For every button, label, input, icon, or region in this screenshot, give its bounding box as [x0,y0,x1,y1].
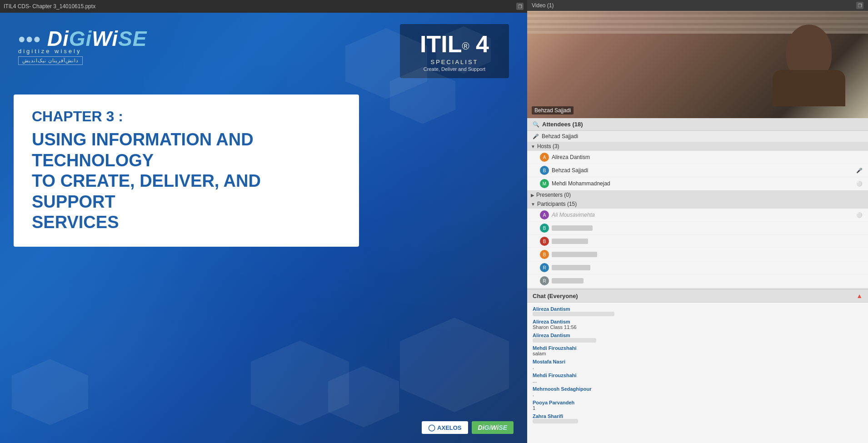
chat-sender-7: Mehrnoosh Sedaghipour [533,386,863,392]
attendees-header: 🔍 Attendees (18) [527,118,868,131]
video-feed: Behzad Sajjadi [527,11,868,118]
chat-text-2: Sharon Class 11:56 [533,324,863,330]
participants-chevron-icon: ▼ [531,202,535,207]
host-avatar-3: M [540,179,549,188]
itil-sub: Create, Deliver and Support [409,66,500,72]
attendees-panel: 🔍 Attendees (18) 🎤 Behzad Sajjadi ▼ Host… [527,118,868,289]
chat-messages: Alireza Dantism Alireza Dantism Sharon C… [527,303,868,443]
participant-item-5: R [527,261,868,274]
titlebar-controls[interactable]: ❐ [516,3,524,10]
participant-item-6: R [527,274,868,288]
chat-sender-9: Zahra Sharifi [533,413,863,419]
host-item-2: B Behzad Sajjadi 🎤 [527,164,868,177]
host-item-3: M Mehdi Mohammadnejad ⚪ [527,177,868,190]
video-placeholder: Behzad Sajjadi [527,11,868,118]
presentation-filename: ITIL4 CDS- Chapter 3_14010615.pptx [4,3,95,10]
chat-msg-9: Zahra Sharifi [533,413,863,423]
hosts-chevron-icon: ▼ [531,144,535,149]
participant-item-2: B [527,222,868,235]
video-title: Video (1) [532,2,554,9]
hosts-section-header[interactable]: ▼ Hosts (3) [527,142,868,151]
presentation-slide: ••• DiGiWiSE digitize wisely دانش‌آفرینا… [0,13,527,443]
chat-sender-3: Alireza Dantism [533,333,863,338]
participants-section-label: Participants (15) [537,201,577,207]
digiwise-tagline: digitize wisely [18,47,400,55]
participant-name-1: Ali Mousavimehta [552,212,595,218]
participant-name-4 [552,252,597,257]
chapter-content-box: CHAPTER 3 : USING INFORMATION AND TECHNO… [14,95,359,247]
chat-alert-icon: ▲ [856,292,863,299]
chat-msg-8: Pooya Parvandeh 1 [533,400,863,411]
attendees-count-label: Attendees (18) [542,121,583,128]
chat-text-3 [533,338,596,343]
participant-avatar-5: R [540,263,549,272]
video-titlebar: Video (1) ❐ [527,0,868,11]
main-attendee-name: Behzad Sajjadi [542,133,578,139]
participant-item-1: A Ali Mousavimehta ⚪ [527,209,868,222]
host-2-action-icon: 🎤 [856,168,863,174]
presenters-section-label: Presenters (0) [536,192,571,198]
participant-name-3 [552,239,588,244]
chat-text-7: . [533,392,863,397]
video-name-label: Behzad Sajjadi [532,106,574,114]
host-item-1: A Alireza Dantism [527,151,868,164]
chat-text-9 [533,419,578,423]
hosts-section-label: Hosts (3) [537,143,559,149]
slide-bottom-logos: ◯ AXELOS DiGiWiSE [422,421,514,434]
chat-sender-2: Alireza Dantism [533,319,863,324]
presentation-titlebar: ITIL4 CDS- Chapter 3_14010615.pptx ❐ [0,0,527,13]
digiwise-bottom-logo: DiGiWiSE [472,421,514,434]
chat-msg-7: Mehrnoosh Sedaghipour . [533,386,863,397]
chat-text-6: ... [533,378,863,383]
chat-msg-1: Alireza Dantism [533,306,863,316]
host-3-muted-icon: ⚪ [856,181,863,187]
participant-name-5 [552,265,590,270]
chat-msg-5: Mostafa Nasri . [533,359,863,370]
chat-text-4: salam [533,351,863,356]
chapter-title: CHAPTER 3 : [32,108,341,125]
host-name-3: Mehdi Mohammadnejad [552,180,610,187]
participant-avatar-2: B [540,224,549,233]
itil-specialist: SPECIALIST [409,59,500,65]
participant-name-2 [552,225,593,231]
chat-sender-1: Alireza Dantism [533,306,863,312]
chat-section: Chat (Everyone) ▲ Alireza Dantism Alirez… [527,289,868,443]
chat-msg-3: Alireza Dantism [533,333,863,343]
participant-name-6 [552,278,584,284]
chat-text-1 [533,312,614,316]
chat-sender-6: Mehdi Firouzshahi [533,373,863,378]
fullscreen-button[interactable]: ❐ [516,3,524,10]
chat-msg-4: Mehdi Firouzshahi salam [533,345,863,356]
participant-avatar-4: B [540,250,549,259]
host-avatar-2: B [540,166,549,175]
digiwise-logo: ••• DiGiWiSE digitize wisely دانش‌آفرینا… [18,22,400,65]
chat-msg-2: Alireza Dantism Sharon Class 11:56 [533,319,863,330]
attendees-search-icon[interactable]: 🔍 [533,121,539,128]
presenters-chevron-icon: ▶ [531,193,534,198]
chat-msg-6: Mehdi Firouzshahi ... [533,373,863,383]
host-name-1: Alireza Dantism [552,154,590,160]
chat-header: Chat (Everyone) ▲ [527,289,868,303]
participant-avatar-1: A [540,210,549,219]
attendee-main-item: 🎤 Behzad Sajjadi [527,131,868,142]
video-section: Video (1) ❐ Behzad Sajjadi [527,0,868,118]
axelos-logo: ◯ AXELOS [422,421,468,434]
chat-sender-5: Mostafa Nasri [533,359,863,364]
video-expand-button[interactable]: ❐ [856,2,863,9]
microphone-icon: 🎤 [533,134,539,139]
digiwise-arabic: دانش‌آفرینان نیک‌اندیش [18,56,83,65]
host-avatar-1: A [540,153,549,162]
participants-section-header[interactable]: ▼ Participants (15) [527,199,868,209]
participant-item-3: B [527,235,868,248]
slide-header: ••• DiGiWiSE digitize wisely دانش‌آفرینا… [0,13,527,90]
participant-1-icon: ⚪ [856,212,863,218]
chat-sender-8: Pooya Parvandeh [533,400,863,405]
itil-badge: ITIL® 4 SPECIALIST Create, Deliver and S… [400,24,509,78]
chapter-subtitle: USING INFORMATION AND TECHNOLOGY TO CREA… [32,129,341,233]
participant-item-4: B [527,248,868,261]
chat-header-label: Chat (Everyone) [533,293,578,299]
participant-avatar-3: B [540,237,549,246]
presenters-section-header[interactable]: ▶ Presenters (0) [527,190,868,199]
axelos-icon: ◯ [428,424,435,431]
right-panel: Video (1) ❐ Behzad Sajjadi 🔍 Attendees (… [527,0,868,443]
